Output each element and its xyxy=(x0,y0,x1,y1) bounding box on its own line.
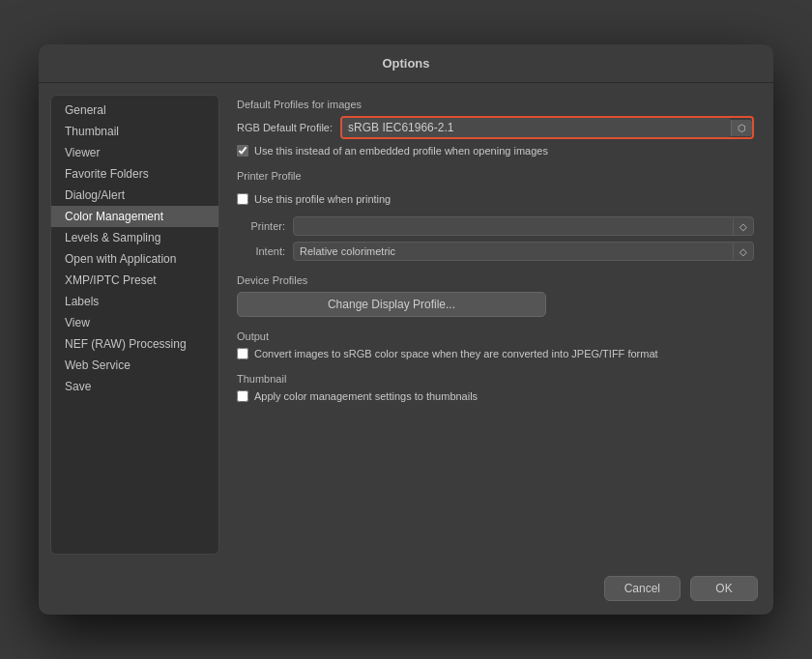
device-profiles-section: Device Profiles Change Display Profile..… xyxy=(237,274,754,317)
sidebar-item-xmpiptc-preset[interactable]: XMP/IPTC Preset xyxy=(51,270,218,291)
rgb-profile-dropdown[interactable]: sRGB IEC61966-2.1 xyxy=(342,118,731,137)
dialog-body: GeneralThumbnailViewerFavorite FoldersDi… xyxy=(39,83,773,566)
sidebar-item-web-service[interactable]: Web Service xyxy=(51,355,218,376)
rgb-profile-dropdown-arrow[interactable]: ⬡ xyxy=(731,120,752,136)
printer-dropdown-arrow[interactable]: ◇ xyxy=(733,218,753,235)
intent-dropdown-wrapper: Relative colorimetric ◇ xyxy=(293,242,754,261)
rgb-profile-label: RGB Default Profile: xyxy=(237,122,333,133)
convert-images-row: Convert images to sRGB color space when … xyxy=(237,348,754,359)
sidebar-item-viewer[interactable]: Viewer xyxy=(51,142,218,163)
thumbnail-title: Thumbnail xyxy=(237,373,754,385)
sidebar-item-save[interactable]: Save xyxy=(51,376,218,397)
sidebar-item-general[interactable]: General xyxy=(51,100,218,121)
sidebar-item-dialogalert[interactable]: Dialog/Alert xyxy=(51,185,218,206)
intent-dropdown[interactable]: Relative colorimetric xyxy=(294,243,733,260)
sidebar: GeneralThumbnailViewerFavorite FoldersDi… xyxy=(50,95,219,555)
sidebar-item-view[interactable]: View xyxy=(51,312,218,333)
embedded-profile-row: Use this instead of an embedded profile … xyxy=(237,145,754,157)
sidebar-item-open-with-application[interactable]: Open with Application xyxy=(51,248,218,270)
output-title: Output xyxy=(237,330,754,342)
ok-button[interactable]: OK xyxy=(690,576,758,601)
default-profiles-title: Default Profiles for images xyxy=(237,99,754,110)
printer-label: Printer: xyxy=(237,220,285,232)
sidebar-item-labels[interactable]: Labels xyxy=(51,291,218,312)
main-content: Default Profiles for images RGB Default … xyxy=(229,95,762,555)
printer-profile-title: Printer Profile xyxy=(237,170,754,182)
apply-color-management-row: Apply color management settings to thumb… xyxy=(237,390,754,402)
thumbnail-section: Thumbnail Apply color management setting… xyxy=(237,373,754,402)
output-section: Output Convert images to sRGB color spac… xyxy=(237,330,754,359)
printer-dropdown-wrapper: ◇ xyxy=(293,216,754,236)
change-display-profile-button[interactable]: Change Display Profile... xyxy=(237,292,546,317)
sidebar-item-thumbnail[interactable]: Thumbnail xyxy=(51,121,218,142)
sidebar-item-levels--sampling[interactable]: Levels & Sampling xyxy=(51,227,218,248)
embedded-profile-label: Use this instead of an embedded profile … xyxy=(254,145,548,157)
printer-dropdown[interactable] xyxy=(294,217,733,235)
intent-label: Intent: xyxy=(237,245,285,257)
apply-color-management-label: Apply color management settings to thumb… xyxy=(254,390,478,402)
options-dialog: Options GeneralThumbnailViewerFavorite F… xyxy=(39,44,773,615)
rgb-profile-dropdown-wrapper: sRGB IEC61966-2.1 ⬡ xyxy=(340,116,754,139)
embedded-profile-checkbox[interactable] xyxy=(237,145,248,157)
sidebar-item-nef-raw-processing[interactable]: NEF (RAW) Processing xyxy=(51,333,218,355)
apply-color-management-checkbox[interactable] xyxy=(237,390,248,402)
dialog-title: Options xyxy=(39,44,773,83)
use-profile-printing-checkbox[interactable] xyxy=(237,193,248,205)
intent-dropdown-arrow[interactable]: ◇ xyxy=(733,244,753,260)
dialog-footer: Cancel OK xyxy=(39,566,773,615)
sidebar-item-color-management[interactable]: Color Management xyxy=(51,206,218,227)
device-profiles-title: Device Profiles xyxy=(237,274,754,286)
convert-images-checkbox[interactable] xyxy=(237,348,248,359)
intent-row: Intent: Relative colorimetric ◇ xyxy=(237,242,754,261)
printer-row: Printer: ◇ xyxy=(237,216,754,236)
cancel-button[interactable]: Cancel xyxy=(604,576,681,601)
use-profile-printing-label: Use this profile when printing xyxy=(254,193,391,205)
sidebar-item-favorite-folders[interactable]: Favorite Folders xyxy=(51,163,218,185)
default-profiles-section: Default Profiles for images RGB Default … xyxy=(237,99,754,157)
printer-profile-section: Printer Profile Use this profile when pr… xyxy=(237,170,754,261)
use-profile-printing-row: Use this profile when printing xyxy=(237,193,754,205)
rgb-profile-row: RGB Default Profile: sRGB IEC61966-2.1 ⬡ xyxy=(237,116,754,139)
convert-images-label: Convert images to sRGB color space when … xyxy=(254,348,658,359)
